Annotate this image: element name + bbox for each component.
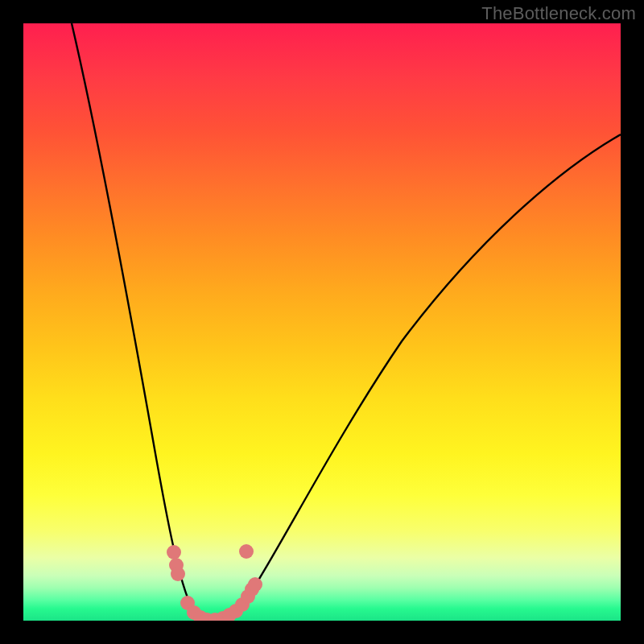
chart-frame: TheBottleneck.com — [0, 0, 644, 644]
curve-left-branch — [72, 23, 213, 620]
marker-dot — [167, 545, 181, 559]
plot-area — [23, 23, 621, 621]
marker-dot — [248, 577, 262, 592]
curve-right-branch — [213, 134, 621, 620]
watermark-text: TheBottleneck.com — [481, 3, 636, 24]
marker-dots-group — [167, 544, 262, 621]
marker-dot — [239, 544, 254, 559]
marker-dot — [171, 567, 185, 581]
curve-layer — [23, 23, 621, 621]
